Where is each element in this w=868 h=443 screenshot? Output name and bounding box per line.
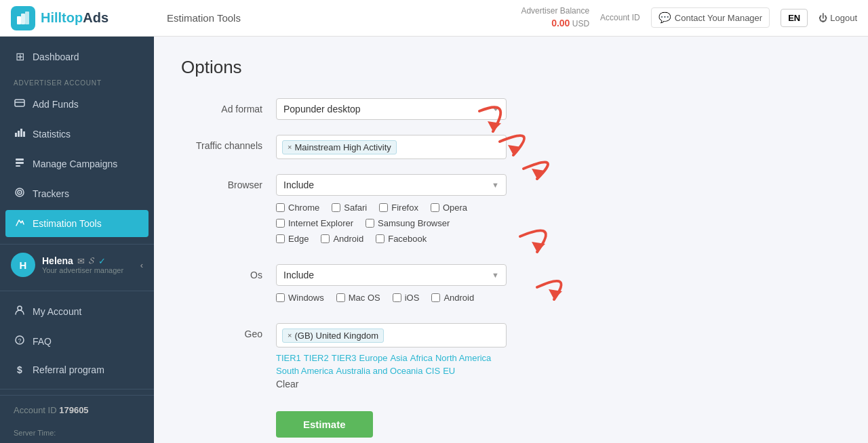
svg-rect-4: [15, 133, 17, 137]
svg-rect-6: [20, 129, 22, 137]
geo-tag: × (GB) United Kingdom: [282, 329, 384, 343]
my-account-icon: [14, 305, 26, 318]
geo-link-europe[interactable]: Europe: [359, 353, 388, 363]
os-android[interactable]: Android: [431, 293, 474, 303]
logout-label: Logout: [830, 13, 857, 23]
sidebar-item-my-account[interactable]: My Account: [0, 297, 154, 326]
geo-link-asia[interactable]: Asia: [390, 353, 407, 363]
add-funds-icon: [14, 98, 26, 111]
sidebar-item-faq[interactable]: ? FAQ: [0, 326, 154, 356]
sidebar-item-trackers[interactable]: Trackers: [0, 179, 154, 209]
svg-point-13: [19, 192, 20, 193]
svg-text:?: ?: [18, 337, 22, 344]
browser-ie[interactable]: Internet Explorer: [276, 218, 353, 228]
browser-label: Browser: [181, 174, 276, 190]
geo-link-south-america[interactable]: South America: [276, 366, 334, 376]
os-checkboxes: Windows Mac OS iOS Android: [276, 293, 507, 303]
manager-title: Your advertiser manager: [42, 266, 123, 274]
sidebar-trackers-label: Trackers: [33, 188, 69, 199]
traffic-channels-control: × Mainstream High Activity: [276, 135, 507, 159]
svg-rect-9: [16, 162, 24, 164]
geo-tag-input[interactable]: × (GB) United Kingdom: [276, 323, 507, 347]
browser-samsung[interactable]: Samsung Browser: [366, 218, 450, 228]
email-icon[interactable]: ✉: [77, 256, 85, 266]
manager-info: H Helena ✉ 𝓢 ✓ Your advertiser manager ‹: [0, 244, 154, 285]
manage-campaigns-icon: [14, 157, 26, 171]
sidebar-item-statistics[interactable]: Statistics: [0, 119, 154, 149]
sidebar-item-add-funds[interactable]: Add Funds: [0, 89, 154, 119]
ad-format-row: Ad format Popunder desktop: [181, 98, 841, 120]
topbar: Hilltop Ads Estimation Tools Advertiser …: [0, 0, 868, 37]
account-id-value: 179605: [59, 405, 88, 415]
geo-search-input[interactable]: [387, 331, 500, 341]
sidebar-section-label: ADVERTISER ACCOUNT: [0, 71, 154, 89]
svg-rect-8: [16, 159, 24, 161]
account-id-top-label: Account ID: [600, 13, 640, 22]
geo-link-tier3[interactable]: TIER3: [332, 353, 357, 363]
browser-safari[interactable]: Safari: [332, 203, 367, 213]
contact-manager-btn[interactable]: 💬 Contact Your Manager: [651, 7, 770, 28]
ad-format-select[interactable]: Popunder desktop: [276, 98, 507, 120]
sidebar-estimation-tools-label: Estimation Tools: [33, 218, 102, 229]
manager-details: Helena ✉ 𝓢 ✓ Your advertiser manager: [42, 255, 123, 274]
referral-icon: $: [14, 364, 26, 375]
skype-icon[interactable]: 𝓢: [89, 255, 94, 266]
browser-android[interactable]: Android: [321, 234, 363, 244]
sidebar-item-estimation-tools[interactable]: Estimation Tools: [5, 210, 149, 237]
geo-link-tier1[interactable]: TIER1: [276, 353, 301, 363]
os-control: Include ▼ Windows Mac OS iOS Android: [276, 264, 507, 308]
server-time: Server Time:: [0, 425, 154, 443]
tag-remove-icon[interactable]: ×: [288, 143, 292, 151]
os-row-1: Windows Mac OS iOS Android: [276, 293, 507, 303]
svg-rect-1: [21, 14, 25, 24]
browser-opera[interactable]: Opera: [431, 203, 467, 213]
os-include-dropdown[interactable]: Include ▼: [276, 264, 507, 286]
verified-icon: ✓: [98, 256, 106, 266]
sidebar-item-referral[interactable]: $ Referral program: [0, 356, 154, 383]
balance-amount: 0.00: [551, 18, 570, 28]
browser-firefox[interactable]: Firefox: [379, 203, 418, 213]
logout-btn[interactable]: ⏻ Logout: [818, 13, 857, 23]
sidebar-item-dashboard[interactable]: ⊞ Dashboard: [0, 42, 154, 71]
os-include-label: Include: [283, 270, 314, 280]
dashboard-icon: ⊞: [14, 50, 26, 63]
browser-row: Browser Include ▼ Chrome Safari Firefox …: [181, 174, 841, 249]
browser-include-dropdown[interactable]: Include ▼: [276, 174, 507, 196]
chat-icon: 💬: [658, 12, 671, 24]
geo-quick-links: TIER1 TIER2 TIER3 Europe Asia Africa Nor…: [276, 353, 507, 376]
geo-tag-label: (GB) United Kingdom: [294, 331, 378, 341]
svg-point-14: [18, 306, 22, 310]
geo-tag-remove-icon[interactable]: ×: [288, 331, 292, 339]
os-ios[interactable]: iOS: [393, 293, 420, 303]
geo-link-australia[interactable]: Australia and Oceania: [336, 366, 423, 376]
sidebar-nav: ⊞ Dashboard ADVERTISER ACCOUNT Add Funds…: [0, 37, 154, 244]
traffic-channel-input[interactable]: [399, 142, 500, 152]
browser-edge[interactable]: Edge: [276, 234, 309, 244]
geo-link-tier2[interactable]: TIER2: [304, 353, 329, 363]
sidebar-add-funds-label: Add Funds: [33, 99, 79, 110]
language-btn[interactable]: EN: [781, 9, 808, 27]
geo-clear-btn[interactable]: Clear: [276, 379, 298, 389]
sidebar-manage-campaigns-label: Manage Campaigns: [33, 159, 117, 169]
traffic-channel-tag-input[interactable]: × Mainstream High Activity: [276, 135, 507, 159]
manager-name: Helena: [42, 255, 73, 266]
estimation-tools-icon: [14, 217, 26, 230]
svg-rect-5: [18, 131, 20, 137]
sidebar-collapse-btn[interactable]: ‹: [140, 260, 143, 270]
geo-link-eu[interactable]: EU: [443, 366, 455, 376]
topbar-right: Advertiser Balance 0.00 USD Account ID 💬…: [521, 5, 857, 30]
geo-link-cis[interactable]: CIS: [425, 366, 440, 376]
os-windows[interactable]: Windows: [276, 293, 324, 303]
svg-rect-10: [16, 165, 20, 167]
estimate-btn[interactable]: Estimate: [276, 411, 373, 438]
os-macos[interactable]: Mac OS: [336, 293, 380, 303]
browser-facebook[interactable]: Facebook: [376, 234, 427, 244]
geo-link-north-america[interactable]: North America: [435, 353, 491, 363]
browser-include-label: Include: [283, 180, 314, 190]
logout-icon: ⏻: [818, 13, 827, 23]
browser-chrome[interactable]: Chrome: [276, 203, 319, 213]
sidebar-item-manage-campaigns[interactable]: Manage Campaigns: [0, 149, 154, 179]
geo-row: Geo × (GB) United Kingdom TIER1 TIER2 TI…: [181, 323, 841, 389]
sidebar-referral-label: Referral program: [33, 364, 104, 375]
geo-link-africa[interactable]: Africa: [410, 353, 433, 363]
